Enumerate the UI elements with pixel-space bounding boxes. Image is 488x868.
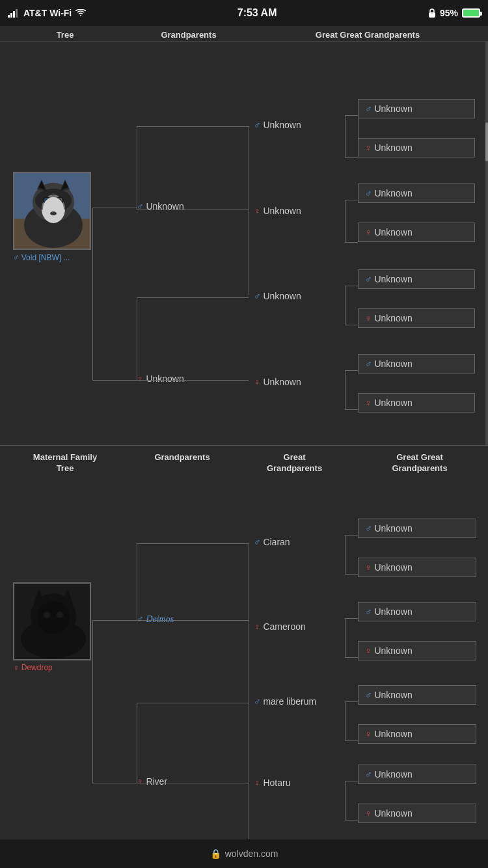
bottom-lock-icon: 🔒 xyxy=(210,848,221,859)
mat-gp4[interactable]: ♀ Hotaru xyxy=(254,778,290,788)
pat-parent2[interactable]: ♀ Unknown xyxy=(137,373,184,384)
dewdrop-wolf[interactable]: ♀ Dewdrop xyxy=(13,582,91,673)
pat-ggp-1[interactable]: ♀ Unknown xyxy=(358,138,475,157)
mat-gp2-gender: ♀ xyxy=(254,621,263,632)
svg-rect-3 xyxy=(16,9,18,18)
battery-icon xyxy=(462,8,480,18)
pat-ggp-7-name: Unknown xyxy=(374,398,412,408)
subject-wolf[interactable]: ♂ Vold [NBW] ... xyxy=(13,172,91,262)
mat-gp2[interactable]: ♀ Cameroon xyxy=(254,621,306,632)
mat-ggp-6-name: Unknown xyxy=(374,769,412,780)
mat-ggp-1[interactable]: ♀ Unknown xyxy=(358,558,476,577)
mat-conn-gp1-ggp1-h xyxy=(345,574,358,575)
svg-point-23 xyxy=(43,197,64,221)
conn-gp2-v xyxy=(249,210,249,294)
mat-parent2[interactable]: ♀ River xyxy=(137,776,167,787)
mat-ggp-4-name: Unknown xyxy=(374,690,412,700)
pat-parent2-gender: ♀ xyxy=(137,373,146,384)
pat-parent2-name: Unknown xyxy=(146,373,183,384)
mat-col-greatgreat: Great Great Grandparents xyxy=(355,452,485,474)
conn-v-parents xyxy=(92,208,93,380)
mat-conn-gp3-ggp-v xyxy=(345,701,346,740)
pat-gp4-name: Unknown xyxy=(263,377,301,387)
battery-percent: 95% xyxy=(440,8,458,18)
mat-ggp-3[interactable]: ♀ Unknown xyxy=(358,641,476,660)
pat-gp2[interactable]: ♀ Unknown xyxy=(254,206,301,216)
conn-dew-p2-h xyxy=(92,783,137,783)
pat-ggp-7[interactable]: ♀ Unknown xyxy=(358,393,475,413)
subject-name[interactable]: Vold [NBW] ... xyxy=(21,253,70,262)
svg-rect-2 xyxy=(13,11,15,18)
dewdrop-name[interactable]: Dewdrop xyxy=(21,663,53,672)
conn-ggp67-h1 xyxy=(345,370,358,371)
mat-conn-gp3-ggp5-h xyxy=(345,740,358,741)
conn-dew-p1-h xyxy=(92,620,137,621)
mat-col-tree: Maternal Family Tree xyxy=(0,452,130,474)
mat-gp1[interactable]: ♂ Ciaran xyxy=(254,537,290,547)
pat-gp3[interactable]: ♂ Unknown xyxy=(254,291,301,301)
mat-ggp-7-name: Unknown xyxy=(374,808,412,819)
pat-ggp-0[interactable]: ♂ Unknown xyxy=(358,99,475,118)
pat-ggp-5-name: Unknown xyxy=(374,313,412,323)
conn-ggp45-h1 xyxy=(345,286,358,286)
mat-ggp-7[interactable]: ♀ Unknown xyxy=(358,804,476,823)
mat-gp4-name: Hotaru xyxy=(263,778,290,788)
mat-ggp-2-gender: ♂ xyxy=(365,606,374,617)
conn-gp3-ggp-v xyxy=(345,286,346,325)
mat-ggp-5[interactable]: ♀ Unknown xyxy=(358,724,476,744)
pat-gp4-gender: ♀ xyxy=(254,377,263,387)
conn-ggp01-h1 xyxy=(345,115,358,116)
pat-ggp-4-name: Unknown xyxy=(374,274,412,284)
bottom-bar: 🔒 wolvden.com xyxy=(0,839,488,868)
conn-p2-gp3-v xyxy=(137,703,137,783)
pat-ggp-0-name: Unknown xyxy=(374,103,412,114)
pat-ggp-5[interactable]: ♀ Unknown xyxy=(358,308,475,328)
subject-gender-icon: ♂ xyxy=(13,252,20,262)
svg-rect-1 xyxy=(10,13,12,18)
pat-ggp-2[interactable]: ♂ Unknown xyxy=(358,183,475,203)
pat-ggp-5-gender: ♀ xyxy=(365,313,374,323)
scroll-track[interactable] xyxy=(485,42,488,445)
mat-conn-gp4-ggp-v xyxy=(345,781,346,820)
mat-conn-gp1-ggp0-h xyxy=(345,535,358,536)
status-right: 95% xyxy=(428,8,480,18)
wifi-icon xyxy=(75,9,86,17)
conn-subject-p1 xyxy=(92,208,137,208)
mat-conn-gp4-ggp7-h xyxy=(345,820,358,821)
pat-ggp-4-gender: ♂ xyxy=(365,274,374,284)
mat-ggp-4[interactable]: ♂ Unknown xyxy=(358,685,476,705)
conn-p2-gp3-v xyxy=(137,297,137,380)
pat-gp4[interactable]: ♀ Unknown xyxy=(254,377,301,387)
mat-ggp-5-gender: ♀ xyxy=(365,729,374,739)
mat-gp4-gender: ♀ xyxy=(254,778,263,788)
mat-conn-gp4-ggp6-h xyxy=(345,781,358,781)
mat-ggp-3-name: Unknown xyxy=(374,645,412,656)
mat-ggp-2[interactable]: ♂ Unknown xyxy=(358,602,476,621)
mat-parent1[interactable]: ♂ Deimos xyxy=(137,614,174,625)
mat-conn-gp1-ggp-v xyxy=(345,535,346,574)
vold-portrait xyxy=(14,173,91,250)
bottom-url: wolvden.com xyxy=(225,848,278,859)
mat-ggp-5-name: Unknown xyxy=(374,729,412,739)
pat-ggp-4[interactable]: ♂ Unknown xyxy=(358,269,475,289)
conn-gp2-ggp-v xyxy=(345,200,346,242)
pat-gp1[interactable]: ♂ Unknown xyxy=(254,120,301,130)
pat-gp2-gender: ♀ xyxy=(254,206,263,216)
conn-p2-gp3-h2 xyxy=(137,703,249,703)
status-bar: AT&T Wi-Fi 7:53 AM 95% xyxy=(0,0,488,26)
pat-ggp-1-name: Unknown xyxy=(374,142,412,153)
mat-ggp-6[interactable]: ♂ Unknown xyxy=(358,765,476,784)
mat-gp1-name: Ciaran xyxy=(263,537,290,547)
conn-gp1-ggp-v xyxy=(358,115,359,157)
pat-col-greatgrandparents: Great Great Grandparents xyxy=(247,30,488,40)
mat-ggp-0[interactable]: ♂ Unknown xyxy=(358,519,476,538)
mat-col-great: Great Grandparents xyxy=(234,452,355,474)
pat-ggp-2-gender: ♂ xyxy=(365,188,374,198)
mat-gp3[interactable]: ♂ mare liberum xyxy=(254,696,316,707)
scroll-thumb[interactable] xyxy=(485,122,488,161)
pat-ggp-3[interactable]: ♀ Unknown xyxy=(358,223,475,242)
pat-ggp-6[interactable]: ♂ Unknown xyxy=(358,354,475,373)
mat-ggp-4-gender: ♂ xyxy=(365,690,374,700)
svg-point-30 xyxy=(37,601,70,634)
svg-rect-4 xyxy=(429,12,435,18)
